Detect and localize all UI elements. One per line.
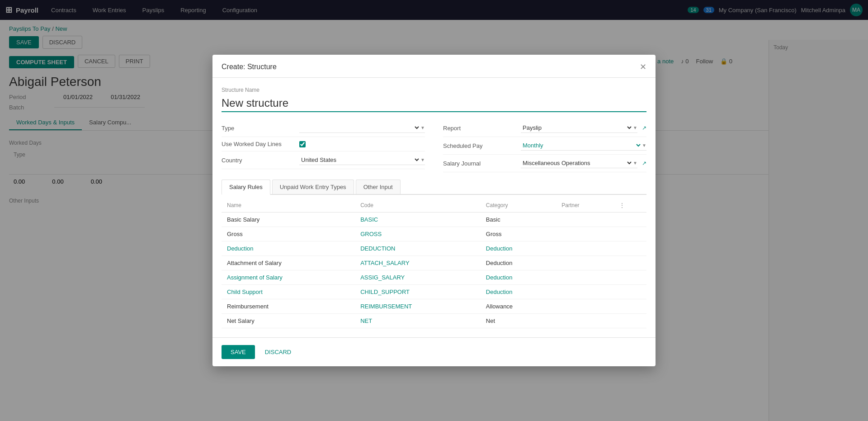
structure-name-input[interactable] — [222, 95, 646, 112]
use-worked-day-lines-label: Use Worked Day Lines — [222, 141, 294, 147]
create-structure-modal: Create: Structure ✕ Structure Name Type — [212, 55, 656, 366]
use-worked-day-lines-checkbox[interactable] — [299, 141, 306, 147]
salary-journal-external-link-icon[interactable]: ↗ — [642, 160, 646, 166]
row-name[interactable]: Deduction — [222, 241, 355, 256]
scheduled-pay-value: Monthly ▼ — [521, 141, 646, 151]
row-partner — [556, 241, 613, 256]
tab-other-input[interactable]: Other Input — [356, 180, 401, 194]
row-actions — [614, 270, 646, 285]
modal-close-button[interactable]: ✕ — [640, 62, 646, 72]
table-row: GrossGROSSGross — [222, 227, 646, 241]
form-right-col: Report Payslip ▼ ↗ Schedule — [443, 119, 646, 172]
modal-backdrop: Create: Structure ✕ Structure Name Type — [0, 0, 868, 421]
type-row: Type ▼ — [222, 119, 425, 137]
modal-body: Structure Name Type ▼ — [212, 78, 656, 337]
salary-journal-row: Salary Journal Miscellaneous Operations … — [443, 155, 646, 172]
country-select-wrapper: United States ▼ — [299, 155, 425, 165]
report-select[interactable]: Payslip — [521, 124, 633, 132]
col-name: Name — [222, 199, 355, 213]
row-category: Gross — [481, 227, 556, 241]
row-name[interactable]: Net Salary — [222, 314, 355, 328]
row-actions — [614, 213, 646, 227]
row-actions — [614, 227, 646, 241]
row-category: Deduction — [481, 270, 556, 285]
structure-name-section: Structure Name — [222, 87, 646, 112]
report-select-wrapper: Payslip ▼ — [521, 123, 637, 133]
country-select[interactable]: United States — [299, 156, 420, 164]
salary-journal-select[interactable]: Miscellaneous Operations — [521, 159, 633, 167]
type-value: ▼ — [299, 123, 425, 133]
row-code: GROSS — [355, 227, 481, 241]
row-partner — [556, 299, 613, 314]
salary-journal-value: Miscellaneous Operations ▼ ↗ — [521, 158, 646, 168]
report-external-link-icon[interactable]: ↗ — [642, 125, 646, 131]
table-row: Assignment of SalaryASSIG_SALARYDeductio… — [222, 270, 646, 285]
row-partner — [556, 227, 613, 241]
table-row: DeductionDEDUCTIONDeduction — [222, 241, 646, 256]
salary-journal-select-wrapper: Miscellaneous Operations ▼ — [521, 158, 637, 168]
scheduled-pay-select[interactable]: Monthly — [521, 142, 642, 149]
col-menu: ⋮ — [614, 199, 646, 213]
row-code: NET — [355, 314, 481, 328]
modal-tabs: Salary Rules Unpaid Work Entry Types Oth… — [222, 180, 646, 195]
row-name[interactable]: Basic Salary — [222, 213, 355, 227]
structure-name-label: Structure Name — [222, 87, 646, 93]
row-actions — [614, 299, 646, 314]
use-worked-day-lines-row: Use Worked Day Lines — [222, 137, 425, 151]
row-code: DEDUCTION — [355, 241, 481, 256]
table-row: Basic SalaryBASICBasic — [222, 213, 646, 227]
row-actions — [614, 314, 646, 328]
scheduled-pay-label: Scheduled Pay — [443, 142, 515, 149]
modal-title: Create: Structure — [222, 63, 277, 71]
row-name[interactable]: Child Support — [222, 285, 355, 299]
scheduled-pay-select-arrow: ▼ — [642, 143, 646, 148]
type-select-arrow: ▼ — [420, 125, 425, 130]
modal-footer: SAVE DISCARD — [212, 337, 656, 366]
salary-rules-table: Name Code Category Partner ⋮ Basic Salar… — [222, 199, 646, 328]
salary-journal-select-arrow: ▼ — [633, 161, 637, 166]
report-label: Report — [443, 125, 515, 132]
row-code: ATTACH_SALARY — [355, 256, 481, 270]
type-select[interactable] — [299, 124, 420, 132]
row-name[interactable]: Assignment of Salary — [222, 270, 355, 285]
row-code: ASSIG_SALARY — [355, 270, 481, 285]
table-row: Child SupportCHILD_SUPPORTDeduction — [222, 285, 646, 299]
modal-save-button[interactable]: SAVE — [222, 345, 255, 359]
row-code: CHILD_SUPPORT — [355, 285, 481, 299]
col-code: Code — [355, 199, 481, 213]
tab-salary-rules[interactable]: Salary Rules — [222, 180, 270, 195]
row-partner — [556, 270, 613, 285]
row-category: Basic — [481, 213, 556, 227]
row-code: REIMBURSEMENT — [355, 299, 481, 314]
row-name[interactable]: Attachment of Salary — [222, 256, 355, 270]
table-row: Net SalaryNETNet — [222, 314, 646, 328]
row-partner — [556, 213, 613, 227]
country-select-arrow: ▼ — [420, 157, 425, 162]
form-left-col: Type ▼ Use Worked Day Lines — [222, 119, 425, 172]
row-category: Deduction — [481, 285, 556, 299]
row-name[interactable]: Reimbursement — [222, 299, 355, 314]
scheduled-pay-row: Scheduled Pay Monthly ▼ — [443, 137, 646, 155]
report-row: Report Payslip ▼ ↗ — [443, 119, 646, 137]
col-partner: Partner — [556, 199, 613, 213]
row-actions — [614, 285, 646, 299]
country-row: Country United States ▼ — [222, 151, 425, 169]
row-actions — [614, 256, 646, 270]
modal-header: Create: Structure ✕ — [212, 55, 656, 78]
row-category: Deduction — [481, 256, 556, 270]
scheduled-pay-select-wrapper: Monthly ▼ — [521, 141, 646, 151]
report-select-arrow: ▼ — [633, 125, 637, 130]
row-category: Allowance — [481, 299, 556, 314]
modal-discard-button[interactable]: DISCARD — [259, 345, 297, 359]
row-partner — [556, 285, 613, 299]
form-grid: Type ▼ Use Worked Day Lines — [222, 119, 646, 172]
tab-unpaid-work-entry-types[interactable]: Unpaid Work Entry Types — [272, 180, 354, 194]
country-label: Country — [222, 157, 294, 164]
row-name[interactable]: Gross — [222, 227, 355, 241]
table-row: ReimbursementREIMBURSEMENTAllowance — [222, 299, 646, 314]
row-code: BASIC — [355, 213, 481, 227]
type-select-wrapper: ▼ — [299, 123, 425, 133]
row-actions — [614, 241, 646, 256]
row-category: Deduction — [481, 241, 556, 256]
salary-journal-label: Salary Journal — [443, 160, 515, 167]
